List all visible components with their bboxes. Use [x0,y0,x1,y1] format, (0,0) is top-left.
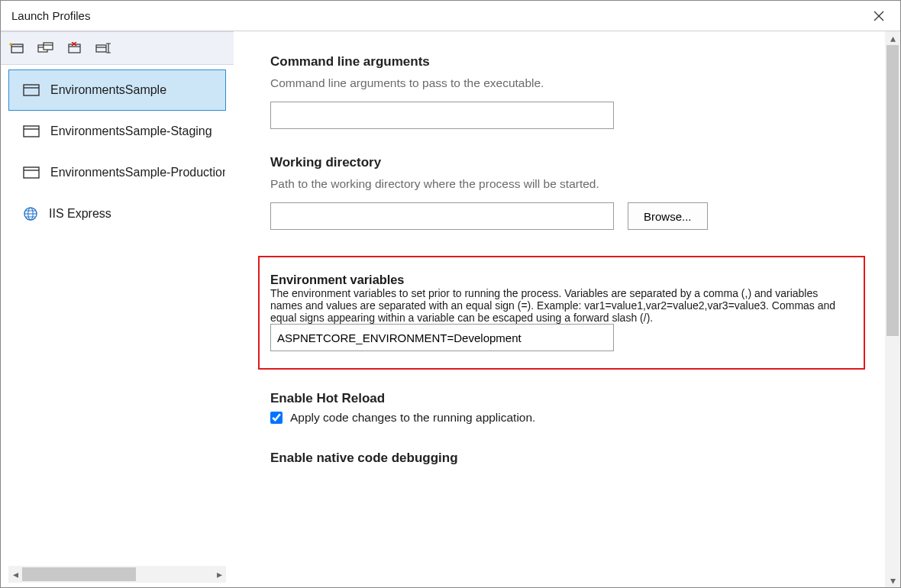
section-command-line-arguments: Command line arguments Command line argu… [270,54,854,129]
section-title: Enable Hot Reload [270,391,854,406]
new-profile-button[interactable] [5,37,28,60]
delete-profile-button[interactable] [63,37,86,60]
profile-item-environmentssample[interactable]: EnvironmentsSample [8,69,226,111]
section-description: The environment variables to set prior t… [270,287,853,324]
close-button[interactable] [864,1,894,31]
section-title: Command line arguments [270,54,854,69]
svg-rect-10 [69,44,80,53]
window-icon [23,84,40,96]
hot-reload-checkbox[interactable] [270,412,283,424]
main-vertical-scrollbar[interactable]: ▴ ▾ [885,31,900,587]
profile-label: IIS Express [49,207,111,221]
profile-item-staging[interactable]: EnvironmentsSample-Staging [8,111,226,152]
delete-profile-icon [67,42,82,54]
window-icon [23,166,40,179]
new-profile-icon [9,42,24,54]
scroll-track[interactable] [22,566,212,583]
section-working-directory: Working directory Path to the working di… [270,155,854,230]
scroll-thumb[interactable] [22,567,136,581]
svg-rect-19 [24,126,39,137]
section-native-debugging: Enable native code debugging [270,451,854,466]
scroll-track[interactable] [885,45,900,573]
svg-rect-2 [11,44,23,53]
scroll-left-icon[interactable]: ◂ [8,566,22,583]
section-title: Enable native code debugging [270,451,854,466]
window-icon [23,125,40,137]
main-content: Command line arguments Command line argu… [234,31,885,587]
svg-rect-21 [24,167,39,178]
profile-item-production[interactable]: EnvironmentsSample-Production [8,152,226,193]
globe-icon [23,206,38,221]
rename-profile-icon [95,42,112,54]
svg-rect-8 [44,43,53,50]
section-hot-reload: Enable Hot Reload Apply code changes to … [270,391,854,425]
svg-rect-17 [24,85,39,95]
hot-reload-checkbox-row[interactable]: Apply code changes to the running applic… [270,411,854,425]
profile-list: EnvironmentsSample EnvironmentsSample-St… [1,65,234,566]
profile-label: EnvironmentsSample-Production [50,166,226,179]
svg-rect-14 [96,45,106,52]
scroll-down-icon[interactable]: ▾ [885,573,900,587]
titlebar: Launch Profiles [1,1,900,31]
sidebar-horizontal-scrollbar[interactable]: ◂ ▸ [8,566,226,583]
sidebar-toolbar [1,31,234,65]
profile-label: EnvironmentsSample-Staging [50,124,212,138]
sidebar: EnvironmentsSample EnvironmentsSample-St… [1,31,234,587]
duplicate-profile-icon [37,42,54,54]
environment-variables-input[interactable] [270,324,614,351]
window-title: Launch Profiles [11,9,90,22]
hot-reload-label: Apply code changes to the running applic… [290,411,535,425]
close-icon [874,11,884,21]
rename-profile-button[interactable] [92,37,115,60]
main-panel: Command line arguments Command line argu… [234,31,900,587]
section-title: Working directory [270,155,854,170]
profile-item-iisexpress[interactable]: IIS Express [8,193,226,234]
browse-button[interactable]: Browse... [628,202,708,230]
scroll-up-icon[interactable]: ▴ [885,31,900,45]
section-description: Command line arguments to pass to the ex… [270,74,854,92]
scroll-right-icon[interactable]: ▸ [212,566,226,583]
section-title: Environment variables [270,273,853,287]
cli-args-input[interactable] [270,102,614,129]
section-description: Path to the working directory where the … [270,175,854,193]
duplicate-profile-button[interactable] [34,37,57,60]
working-directory-input[interactable] [270,202,614,230]
content: EnvironmentsSample EnvironmentsSample-St… [1,31,900,587]
section-environment-variables: Environment variables The environment va… [258,256,865,370]
scroll-thumb[interactable] [886,45,899,336]
profile-label: EnvironmentsSample [50,83,166,97]
